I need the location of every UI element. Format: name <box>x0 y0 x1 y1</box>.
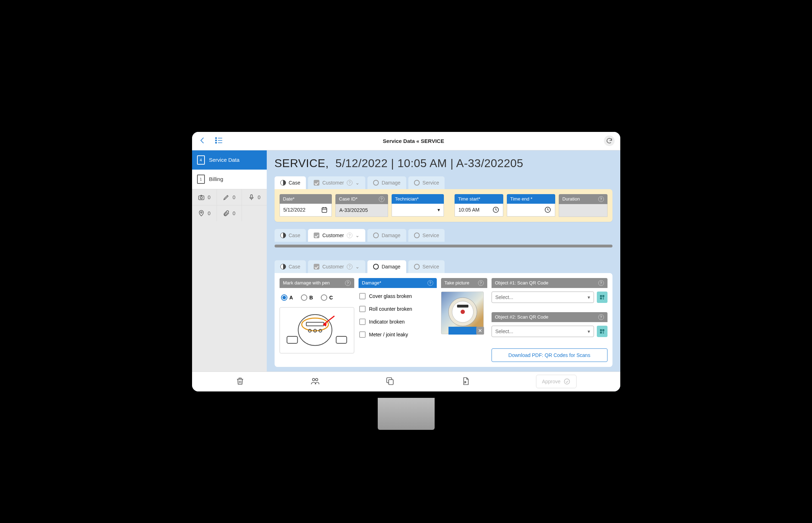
help-icon: ? <box>347 233 352 238</box>
svg-point-27 <box>461 310 465 314</box>
tab-customer[interactable]: Customer?⌄ <box>308 176 365 189</box>
tab-customer[interactable]: Customer?⌄ <box>308 260 365 273</box>
section-divider <box>275 245 612 247</box>
back-icon[interactable] <box>198 136 207 146</box>
page-count-badge: 1 <box>197 175 205 184</box>
damage-option[interactable]: Roll counter broken <box>359 304 437 314</box>
half-circle-icon <box>280 233 286 238</box>
field-label-take-picture: Take picture? <box>441 278 487 288</box>
circle-icon <box>414 180 420 186</box>
svg-rect-20 <box>306 322 324 326</box>
svg-rect-44 <box>389 379 393 384</box>
chevron-down-icon: ⌄ <box>355 233 360 238</box>
attachment-counter[interactable]: 0 <box>217 206 242 221</box>
clock-icon <box>544 206 551 213</box>
svg-rect-36 <box>603 330 604 331</box>
trash-icon[interactable] <box>235 377 245 387</box>
refresh-icon[interactable] <box>604 135 615 146</box>
damage-option[interactable]: Meter / joint leaky <box>359 330 437 339</box>
field-label-time-start: Time start* <box>455 194 503 204</box>
help-icon[interactable]: ? <box>478 280 484 286</box>
svg-rect-16 <box>287 336 298 343</box>
remove-photo-icon[interactable]: ✕ <box>476 327 484 335</box>
help-icon[interactable]: ? <box>598 196 604 202</box>
tab-customer[interactable]: Customer?⌄ <box>308 229 365 242</box>
tab-service[interactable]: Service <box>408 260 445 273</box>
svg-rect-17 <box>336 336 347 343</box>
tab-damage[interactable]: Damage <box>367 229 406 242</box>
sidebar-item-label: Service Data <box>209 157 240 163</box>
tab-case[interactable]: Case <box>275 229 306 242</box>
svg-point-18 <box>298 315 332 346</box>
pin-counter[interactable]: 0 <box>192 206 217 221</box>
date-field[interactable]: 5/12/2022 <box>280 204 332 217</box>
svg-point-45 <box>564 379 569 384</box>
chevron-down-icon: ⌄ <box>355 264 360 269</box>
sidebar: 4 Service Data 1 Billing 0 0 <box>192 150 267 372</box>
sidebar-item-service-data[interactable]: 4 Service Data <box>192 150 267 170</box>
svg-rect-28 <box>457 305 468 308</box>
check-icon <box>314 180 319 186</box>
copy-icon[interactable] <box>386 377 395 387</box>
time-end-field[interactable] <box>507 204 556 217</box>
field-label-duration: Duration? <box>559 194 607 204</box>
help-icon[interactable]: ? <box>598 280 604 286</box>
qr1-select[interactable]: Select...▾ <box>492 292 594 303</box>
field-label-mark-damage: Mark damage with pen? <box>280 278 354 288</box>
users-icon[interactable] <box>311 377 320 387</box>
camera-counter[interactable]: 0 <box>192 190 217 206</box>
page-title: Service Data « SERVICE <box>230 138 597 144</box>
tab-service[interactable]: Service <box>408 176 445 189</box>
svg-point-4 <box>215 142 216 143</box>
tab-case[interactable]: Case <box>275 176 306 189</box>
sidebar-counters: 0 0 0 0 0 <box>192 189 267 221</box>
pdf-icon[interactable] <box>461 377 470 387</box>
radio-b[interactable]: B <box>301 294 313 301</box>
help-icon[interactable]: ? <box>428 280 433 286</box>
case-panel: Date* 5/12/2022 Case ID*? A-33/202205 Te… <box>275 189 612 222</box>
tab-service[interactable]: Service <box>408 229 445 242</box>
svg-rect-8 <box>250 194 252 198</box>
time-start-field[interactable]: 10:05 AM <box>455 204 503 217</box>
radio-a[interactable]: A <box>281 294 293 301</box>
circle-icon <box>373 233 379 238</box>
svg-point-2 <box>215 140 216 141</box>
svg-rect-6 <box>199 196 204 199</box>
section-tabs-damage: Case Customer?⌄ Damage Service <box>275 260 612 273</box>
bottom-bar: Approve <box>192 372 620 391</box>
qr-scan-button[interactable] <box>597 326 607 337</box>
damage-option[interactable]: Indicator broken <box>359 317 437 326</box>
tab-damage[interactable]: Damage <box>367 260 406 273</box>
help-icon[interactable]: ? <box>379 196 384 202</box>
top-bar: Service Data « SERVICE <box>192 132 620 150</box>
qr-scan-button[interactable] <box>597 292 607 303</box>
svg-rect-31 <box>603 295 604 297</box>
help-icon[interactable]: ? <box>345 280 351 286</box>
field-label-time-end: Time end * <box>507 194 556 204</box>
svg-rect-37 <box>600 332 601 333</box>
tab-case[interactable]: Case <box>275 260 306 273</box>
section-customer: Case Customer?⌄ Damage Service <box>275 229 612 242</box>
circle-icon <box>414 233 420 238</box>
damage-sketch[interactable] <box>280 307 354 353</box>
list-icon[interactable] <box>214 136 223 146</box>
sidebar-item-billing[interactable]: 1 Billing <box>192 170 267 189</box>
svg-rect-32 <box>600 298 601 299</box>
mic-counter[interactable]: 0 <box>242 190 267 206</box>
circle-icon <box>373 180 379 186</box>
download-qr-pdf-button[interactable]: Download PDF: QR Codes for Scans <box>492 348 607 362</box>
damage-photo[interactable]: ✕ <box>441 292 484 334</box>
help-icon[interactable]: ? <box>598 314 604 320</box>
qr2-select[interactable]: Select...▾ <box>492 326 594 337</box>
calendar-icon <box>321 206 328 213</box>
tab-damage[interactable]: Damage <box>367 176 406 189</box>
clock-icon <box>492 206 499 213</box>
pen-counter[interactable]: 0 <box>217 190 242 206</box>
technician-select[interactable]: ▾ <box>392 204 444 217</box>
approve-button[interactable]: Approve <box>536 375 577 388</box>
caseid-field: A-33/202205 <box>335 204 388 217</box>
damage-option[interactable]: Cover glass broken <box>359 292 437 301</box>
circle-icon <box>373 264 379 269</box>
svg-point-0 <box>215 137 216 138</box>
radio-c[interactable]: C <box>321 294 333 301</box>
